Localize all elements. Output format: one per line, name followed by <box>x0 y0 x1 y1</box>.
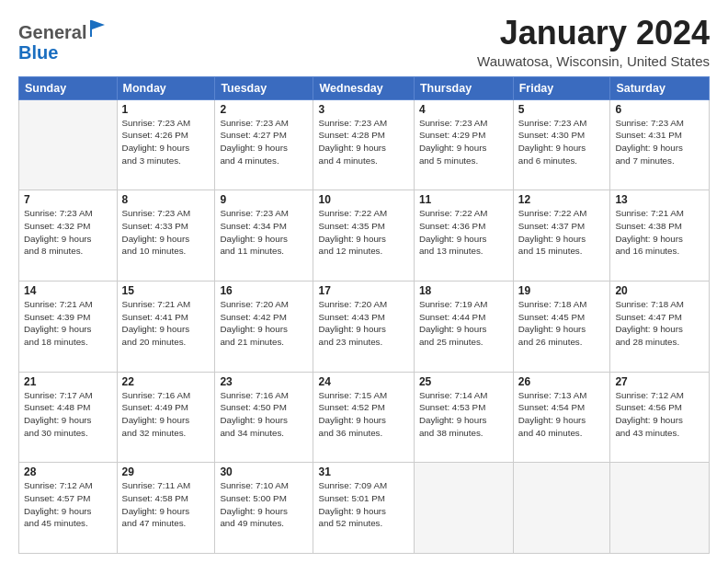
calendar-week-row: 1Sunrise: 7:23 AM Sunset: 4:26 PM Daylig… <box>19 99 710 190</box>
header: General Blue January 2024 Wauwatosa, Wis… <box>18 15 710 69</box>
day-info: Sunrise: 7:23 AM Sunset: 4:33 PM Dayligh… <box>122 207 210 258</box>
day-number: 9 <box>220 193 308 206</box>
day-number: 16 <box>220 284 308 297</box>
day-number: 15 <box>122 284 210 297</box>
day-info: Sunrise: 7:20 AM Sunset: 4:42 PM Dayligh… <box>220 298 308 349</box>
day-number: 24 <box>318 375 408 388</box>
day-info: Sunrise: 7:11 AM Sunset: 4:58 PM Dayligh… <box>122 479 210 530</box>
day-number: 30 <box>220 465 308 478</box>
calendar-cell: 10Sunrise: 7:22 AM Sunset: 4:35 PM Dayli… <box>313 190 414 282</box>
day-of-week-header: Monday <box>117 76 215 99</box>
day-number: 11 <box>419 193 508 206</box>
day-number: 13 <box>615 193 704 206</box>
day-number: 6 <box>615 103 704 116</box>
day-number: 21 <box>24 375 112 388</box>
calendar-cell <box>610 463 710 554</box>
calendar-header-row: SundayMondayTuesdayWednesdayThursdayFrid… <box>19 76 710 99</box>
day-number: 5 <box>518 103 606 116</box>
day-info: Sunrise: 7:23 AM Sunset: 4:26 PM Dayligh… <box>122 117 210 167</box>
calendar-cell: 30Sunrise: 7:10 AM Sunset: 5:00 PM Dayli… <box>215 463 313 554</box>
day-number: 22 <box>122 375 210 388</box>
day-info: Sunrise: 7:22 AM Sunset: 4:37 PM Dayligh… <box>518 207 606 258</box>
calendar-cell: 26Sunrise: 7:13 AM Sunset: 4:54 PM Dayli… <box>513 372 610 463</box>
day-info: Sunrise: 7:09 AM Sunset: 5:01 PM Dayligh… <box>318 479 408 530</box>
calendar-cell: 11Sunrise: 7:22 AM Sunset: 4:36 PM Dayli… <box>414 190 513 282</box>
day-of-week-header: Saturday <box>610 76 710 99</box>
day-number: 29 <box>122 465 210 478</box>
calendar-cell: 18Sunrise: 7:19 AM Sunset: 4:44 PM Dayli… <box>414 281 513 372</box>
svg-marker-0 <box>90 20 105 37</box>
day-info: Sunrise: 7:21 AM Sunset: 4:39 PM Dayligh… <box>24 298 112 349</box>
day-of-week-header: Friday <box>513 76 610 99</box>
calendar-week-row: 28Sunrise: 7:12 AM Sunset: 4:57 PM Dayli… <box>19 463 710 554</box>
calendar-cell: 23Sunrise: 7:16 AM Sunset: 4:50 PM Dayli… <box>215 372 313 463</box>
day-number: 3 <box>318 103 408 116</box>
day-info: Sunrise: 7:19 AM Sunset: 4:44 PM Dayligh… <box>419 298 508 349</box>
calendar-cell: 29Sunrise: 7:11 AM Sunset: 4:58 PM Dayli… <box>117 463 215 554</box>
day-number: 20 <box>615 284 704 297</box>
logo: General Blue <box>18 18 108 63</box>
day-number: 2 <box>220 103 308 116</box>
calendar-cell: 24Sunrise: 7:15 AM Sunset: 4:52 PM Dayli… <box>313 372 414 463</box>
day-number: 19 <box>518 284 606 297</box>
calendar-cell <box>513 463 610 554</box>
calendar-cell: 17Sunrise: 7:20 AM Sunset: 4:43 PM Dayli… <box>313 281 414 372</box>
day-info: Sunrise: 7:16 AM Sunset: 4:49 PM Dayligh… <box>122 389 210 440</box>
calendar-cell: 27Sunrise: 7:12 AM Sunset: 4:56 PM Dayli… <box>610 372 710 463</box>
day-of-week-header: Sunday <box>19 76 118 99</box>
day-info: Sunrise: 7:18 AM Sunset: 4:47 PM Dayligh… <box>615 298 704 349</box>
logo-text: General <box>18 18 108 42</box>
day-info: Sunrise: 7:21 AM Sunset: 4:41 PM Dayligh… <box>122 298 210 349</box>
day-number: 12 <box>518 193 606 206</box>
calendar: SundayMondayTuesdayWednesdayThursdayFrid… <box>18 76 710 554</box>
day-of-week-header: Tuesday <box>215 76 313 99</box>
calendar-week-row: 7Sunrise: 7:23 AM Sunset: 4:32 PM Daylig… <box>19 190 710 282</box>
day-info: Sunrise: 7:13 AM Sunset: 4:54 PM Dayligh… <box>518 389 606 440</box>
day-number: 18 <box>419 284 508 297</box>
day-info: Sunrise: 7:23 AM Sunset: 4:28 PM Dayligh… <box>318 117 408 167</box>
calendar-cell: 6Sunrise: 7:23 AM Sunset: 4:31 PM Daylig… <box>610 99 710 190</box>
calendar-cell: 2Sunrise: 7:23 AM Sunset: 4:27 PM Daylig… <box>215 99 313 190</box>
calendar-cell <box>414 463 513 554</box>
day-info: Sunrise: 7:10 AM Sunset: 5:00 PM Dayligh… <box>220 479 308 530</box>
month-title: January 2024 <box>477 15 710 52</box>
day-info: Sunrise: 7:23 AM Sunset: 4:29 PM Dayligh… <box>419 117 508 167</box>
logo-blue-text: Blue <box>18 42 108 63</box>
calendar-cell: 25Sunrise: 7:14 AM Sunset: 4:53 PM Dayli… <box>414 372 513 463</box>
location-title: Wauwatosa, Wisconsin, United States <box>477 53 710 69</box>
calendar-week-row: 14Sunrise: 7:21 AM Sunset: 4:39 PM Dayli… <box>19 281 710 372</box>
calendar-cell: 8Sunrise: 7:23 AM Sunset: 4:33 PM Daylig… <box>117 190 215 282</box>
day-number: 28 <box>24 465 112 478</box>
calendar-cell: 3Sunrise: 7:23 AM Sunset: 4:28 PM Daylig… <box>313 99 414 190</box>
calendar-cell: 13Sunrise: 7:21 AM Sunset: 4:38 PM Dayli… <box>610 190 710 282</box>
calendar-cell: 14Sunrise: 7:21 AM Sunset: 4:39 PM Dayli… <box>19 281 118 372</box>
calendar-cell: 22Sunrise: 7:16 AM Sunset: 4:49 PM Dayli… <box>117 372 215 463</box>
calendar-cell: 5Sunrise: 7:23 AM Sunset: 4:30 PM Daylig… <box>513 99 610 190</box>
day-of-week-header: Thursday <box>414 76 513 99</box>
day-number: 31 <box>318 465 408 478</box>
day-number: 10 <box>318 193 408 206</box>
calendar-week-row: 21Sunrise: 7:17 AM Sunset: 4:48 PM Dayli… <box>19 372 710 463</box>
day-number: 25 <box>419 375 508 388</box>
title-block: January 2024 Wauwatosa, Wisconsin, Unite… <box>477 15 710 69</box>
day-info: Sunrise: 7:23 AM Sunset: 4:31 PM Dayligh… <box>615 117 704 167</box>
day-number: 26 <box>518 375 606 388</box>
calendar-cell: 4Sunrise: 7:23 AM Sunset: 4:29 PM Daylig… <box>414 99 513 190</box>
day-info: Sunrise: 7:12 AM Sunset: 4:56 PM Dayligh… <box>615 389 704 440</box>
day-number: 23 <box>220 375 308 388</box>
day-number: 17 <box>318 284 408 297</box>
day-info: Sunrise: 7:17 AM Sunset: 4:48 PM Dayligh… <box>24 389 112 440</box>
day-number: 8 <box>122 193 210 206</box>
day-info: Sunrise: 7:18 AM Sunset: 4:45 PM Dayligh… <box>518 298 606 349</box>
logo-general: General <box>18 22 86 42</box>
calendar-cell: 31Sunrise: 7:09 AM Sunset: 5:01 PM Dayli… <box>313 463 414 554</box>
day-number: 1 <box>122 103 210 116</box>
day-info: Sunrise: 7:22 AM Sunset: 4:36 PM Dayligh… <box>419 207 508 258</box>
calendar-cell: 19Sunrise: 7:18 AM Sunset: 4:45 PM Dayli… <box>513 281 610 372</box>
calendar-cell: 7Sunrise: 7:23 AM Sunset: 4:32 PM Daylig… <box>19 190 118 282</box>
day-info: Sunrise: 7:15 AM Sunset: 4:52 PM Dayligh… <box>318 389 408 440</box>
logo-flag-icon <box>88 18 108 39</box>
calendar-cell: 12Sunrise: 7:22 AM Sunset: 4:37 PM Dayli… <box>513 190 610 282</box>
day-info: Sunrise: 7:22 AM Sunset: 4:35 PM Dayligh… <box>318 207 408 258</box>
day-info: Sunrise: 7:16 AM Sunset: 4:50 PM Dayligh… <box>220 389 308 440</box>
